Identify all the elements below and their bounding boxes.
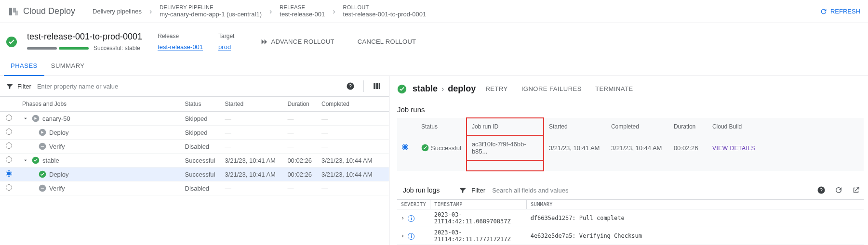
row-radio[interactable] [6, 115, 12, 121]
table-row[interactable]: Verify Disabled — — — [0, 140, 389, 154]
table-row[interactable]: › i 2023-03-21T14:42:11.177217217Z 4e632… [397, 227, 864, 245]
row-radio[interactable] [6, 142, 12, 149]
advance-rollout-button[interactable]: ADVANCE ROLLOUT [254, 38, 341, 46]
product-name: Cloud Deploy [23, 6, 75, 16]
table-row[interactable]: Deploy Skipped — — — [0, 126, 389, 140]
breadcrumbs: Delivery pipelines › DELIVERY PIPELINE m… [87, 4, 816, 19]
panel-title: stable › deploy [413, 84, 476, 94]
col-status: Status [180, 97, 220, 112]
skipped-icon [39, 129, 46, 136]
log-table: SEVERITY TIMESTAMP SUMMARY › i 2023-03-2… [397, 199, 864, 245]
chevron-right-icon: › [333, 7, 335, 16]
breadcrumb-pipeline[interactable]: DELIVERY PIPELINE my-canary-demo-app-1 (… [154, 4, 267, 19]
phases-panel: Filter ? Phases and Jobs Status Started … [0, 76, 389, 245]
skipped-icon [32, 115, 40, 122]
row-radio[interactable] [402, 144, 408, 150]
col-phases: Phases and Jobs [17, 97, 180, 112]
svg-rect-12 [41, 146, 44, 146]
disabled-icon [39, 184, 46, 192]
row-radio[interactable] [6, 156, 12, 163]
svg-text:?: ? [349, 83, 352, 89]
chevron-right-icon[interactable]: › [401, 232, 404, 239]
column-selector-icon[interactable] [371, 80, 383, 92]
tabs: PHASES SUMMARY [0, 56, 868, 76]
help-icon[interactable]: ? [344, 80, 357, 92]
svg-rect-6 [374, 83, 375, 89]
target-kv: Target prod [218, 33, 234, 51]
filter-icon [459, 186, 467, 194]
disabled-icon [39, 142, 46, 150]
retry-button[interactable]: RETRY [481, 85, 511, 92]
refresh-logs-icon[interactable] [832, 184, 845, 196]
job-runs-title: Job runs [397, 105, 864, 114]
success-icon [39, 170, 46, 178]
chevron-down-icon[interactable] [22, 115, 29, 122]
chevron-right-icon: › [441, 85, 444, 93]
success-check-icon [397, 84, 407, 94]
table-row[interactable]: Deploy Successful 3/21/23, 10:41 AM 00:0… [0, 168, 389, 181]
target-link[interactable]: prod [218, 43, 231, 51]
svg-rect-8 [379, 83, 380, 89]
tab-phases[interactable]: PHASES [4, 56, 44, 76]
progress-bar [27, 47, 89, 50]
release-link[interactable]: test-release-001 [158, 43, 203, 51]
job-run-logs-title: Job run logs [403, 186, 440, 194]
release-title: test-release-001-to-prod-0001 [27, 32, 142, 42]
release-title-block: test-release-001-to-prod-0001 Successful… [27, 32, 142, 52]
chevron-right-icon: › [269, 7, 272, 16]
terminate-button[interactable]: TERMINATE [591, 85, 637, 92]
success-icon [32, 156, 40, 164]
table-row[interactable]: Successful ac3f10fc-7f9f-46bb-b85... 3/2… [397, 135, 864, 160]
table-row[interactable]: stable Successful 3/21/23, 10:41 AM 00:0… [0, 154, 389, 168]
cancel-rollout-button[interactable]: CANCEL ROLLOUT [351, 38, 423, 45]
table-row[interactable]: › i 2023-03-21T14:42:11.068970837Z df663… [397, 209, 864, 227]
open-external-icon[interactable] [850, 184, 862, 196]
breadcrumb-root[interactable]: Delivery pipelines [87, 8, 147, 15]
filter-label: Filter [17, 83, 31, 90]
col-completed: Completed [317, 97, 389, 112]
success-icon [421, 144, 429, 152]
chevron-right-icon: › [149, 7, 152, 16]
phases-table: Phases and Jobs Status Started Duration … [0, 96, 389, 195]
cloud-deploy-logo-icon [8, 6, 19, 17]
breadcrumb-release[interactable]: RELEASE test-release-001 [274, 4, 331, 19]
details-panel: stable › deploy RETRY IGNORE FAILURES TE… [389, 76, 868, 245]
breadcrumb-rollout: ROLLOUT test-release-001-to-prod-0001 [337, 4, 432, 19]
table-row[interactable]: Verify Disabled — — — [0, 181, 389, 195]
row-radio[interactable] [6, 129, 12, 135]
svg-text:?: ? [820, 187, 823, 193]
info-icon: i [408, 233, 414, 240]
svg-rect-16 [41, 188, 44, 188]
success-check-icon [6, 36, 17, 48]
filter-input[interactable] [35, 81, 340, 92]
col-duration: Duration [282, 97, 317, 112]
top-bar: Cloud Deploy Delivery pipelines › DELIVE… [0, 0, 868, 23]
chevron-down-icon[interactable] [22, 157, 29, 164]
refresh-button[interactable]: REFRESH [816, 8, 864, 15]
info-icon: i [408, 215, 414, 222]
filter-bar: Filter ? [0, 76, 389, 96]
tab-summary[interactable]: SUMMARY [44, 56, 92, 76]
logs-header: Job run logs Filter ? [397, 181, 864, 199]
table-row[interactable]: canary-50 Skipped — — — [0, 112, 389, 126]
status-text: Successful: stable [93, 45, 140, 52]
job-runs-table: Status Job run ID Started Completed Dura… [397, 117, 864, 171]
help-icon[interactable]: ? [815, 184, 828, 196]
chevron-right-icon[interactable]: › [401, 215, 404, 221]
col-started: Started [220, 97, 282, 112]
release-kv: Release test-release-001 [158, 33, 203, 51]
svg-rect-0 [9, 8, 12, 15]
row-radio[interactable] [6, 184, 12, 191]
filter-icon [6, 82, 13, 90]
ignore-failures-button[interactable]: IGNORE FAILURES [518, 85, 586, 92]
release-header: test-release-001-to-prod-0001 Successful… [0, 23, 868, 56]
row-radio[interactable] [6, 170, 12, 177]
svg-rect-7 [376, 83, 378, 89]
log-search-input[interactable] [490, 185, 810, 196]
svg-rect-2 [15, 11, 18, 15]
view-details-link[interactable]: VIEW DETAILS [712, 145, 755, 152]
